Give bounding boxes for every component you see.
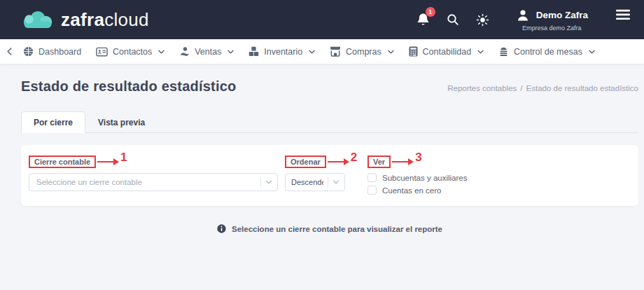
field-group-ver: Ver 3 Subcuentas y auxiliares Cuentas en… [368, 155, 467, 195]
inventory-boxes-icon [248, 46, 259, 57]
nav-item-label: Inventario [264, 47, 302, 57]
main-nav: Dashboard Contactos [0, 39, 644, 64]
topbar: zafracloud 1 [0, 0, 644, 39]
annotation-box-cierre-contable: Cierre contable [29, 156, 96, 168]
nav-item-dashboard[interactable]: Dashboard [23, 46, 81, 57]
nav-item-label: Contabilidad [423, 47, 472, 57]
annotation-box-ordenar: Ordenar [285, 156, 326, 168]
hamburger-icon [616, 9, 630, 20]
select-divider [328, 177, 328, 187]
info-text: Seleccione un cierre contable para visua… [232, 225, 442, 233]
chevron-down-icon [589, 50, 595, 54]
contacts-card-icon [96, 47, 108, 57]
nav-item-label: Ventas [195, 47, 221, 57]
select-divider [260, 177, 261, 187]
field-group-ordenar: Ordenar 2 Descendente [285, 155, 357, 191]
notification-badge: 1 [426, 7, 435, 17]
ordenar-select-value: Descendente [291, 178, 323, 186]
chevron-down-icon [332, 180, 340, 184]
filters-card: Cierre contable 1 Seleccione un cierre c… [21, 145, 638, 206]
breadcrumb: Reportes contables/Estado de resultado e… [447, 84, 638, 95]
search-button[interactable] [447, 13, 459, 26]
checkbox-icon[interactable] [368, 186, 377, 195]
info-icon [217, 224, 226, 233]
breadcrumb-current: Estado de resultado estadístico [526, 84, 638, 92]
chevron-left-icon [7, 48, 12, 55]
user-avatar-icon [516, 8, 530, 22]
annotation-row-3: Ver 3 [368, 155, 467, 169]
cierre-contable-select[interactable]: Seleccione un cierre contable [29, 173, 278, 191]
nav-item-label: Contactos [113, 47, 152, 57]
user-company: Empresa demo Zafra [522, 25, 582, 32]
checkbox-cuentas-en-cero[interactable]: Cuentas en cero [368, 186, 467, 195]
breadcrumb-parent[interactable]: Reportes contables [447, 84, 517, 92]
field-group-cierre-contable: Cierre contable 1 Seleccione un cierre c… [29, 155, 278, 191]
user-menu[interactable]: Demo Zafra Empresa demo Zafra [516, 8, 588, 32]
annotation-number-1: 1 [120, 151, 127, 165]
checkbox-label: Subcuentas y auxiliares [382, 174, 467, 182]
checkbox-label: Cuentas en cero [382, 186, 441, 195]
checkbox-icon[interactable] [368, 173, 377, 182]
nav-item-inventario[interactable]: Inventario [248, 46, 315, 57]
annotation-number-2: 2 [351, 151, 357, 165]
annotation-box-ver: Ver [368, 156, 391, 168]
hamburger-menu-button[interactable] [616, 9, 630, 20]
nav-item-label: Control de mesas [514, 47, 582, 57]
calculator-icon [409, 46, 418, 57]
nav-item-label: Compras [346, 47, 382, 57]
logo[interactable]: zafracloud [21, 11, 149, 29]
notifications-button[interactable]: 1 [416, 13, 430, 27]
store-icon [330, 46, 341, 57]
page-title: Estado de resultado estadístico [21, 78, 236, 95]
sales-hand-coin-icon [179, 46, 190, 57]
cierre-contable-select-placeholder: Seleccione un cierre contable [36, 178, 256, 186]
chevron-down-icon [227, 50, 234, 54]
annotation-arrow-2 [328, 161, 344, 163]
sun-icon [476, 13, 489, 27]
logo-text-bold: zafra [61, 9, 104, 30]
annotation-row-1: Cierre contable 1 [29, 155, 278, 169]
nav-item-contabilidad[interactable]: Contabilidad [409, 46, 484, 57]
logo-text-light: cloud [104, 9, 149, 30]
chevron-down-icon [388, 50, 394, 54]
annotation-arrow-1 [97, 161, 113, 163]
tables-stack-icon [498, 47, 509, 57]
annotation-row-2: Ordenar 2 [285, 155, 357, 169]
title-row: Estado de resultado estadístico Reportes… [21, 78, 638, 95]
page-content: Estado de resultado estadístico Reportes… [0, 78, 644, 233]
annotation-arrow-3 [392, 161, 408, 163]
tab-por-cierre[interactable]: Por cierre [21, 111, 85, 133]
nav-item-ventas[interactable]: Ventas [179, 46, 234, 57]
annotation-number-3: 3 [415, 151, 421, 165]
nav-item-compras[interactable]: Compras [330, 46, 394, 57]
chevron-down-icon [477, 50, 484, 54]
nav-scroll-left-button[interactable] [7, 48, 12, 55]
empty-state-message: Seleccione un cierre contable para visua… [21, 224, 638, 233]
chevron-down-icon [309, 50, 315, 54]
chevron-down-icon [158, 50, 164, 54]
tab-vista-previa[interactable]: Vista previa [85, 111, 158, 133]
cloud-logo-icon [21, 11, 55, 29]
nav-item-control-de-mesas[interactable]: Control de mesas [498, 47, 595, 57]
app-root: zafracloud 1 [0, 0, 644, 233]
topbar-actions: 1 [416, 8, 630, 32]
user-name: Demo Zafra [536, 10, 588, 20]
logo-text: zafracloud [61, 11, 149, 29]
breadcrumb-separator: / [520, 84, 522, 92]
ordenar-select[interactable]: Descendente [285, 173, 345, 191]
chevron-down-icon [265, 180, 272, 184]
nav-item-contactos[interactable]: Contactos [96, 47, 164, 57]
nav-item-label: Dashboard [38, 47, 81, 57]
ver-checkbox-group: Subcuentas y auxiliares Cuentas en cero [368, 173, 467, 195]
dashboard-icon [23, 46, 34, 57]
tab-bar: Por cierre Vista previa [21, 111, 638, 133]
theme-toggle-button[interactable] [476, 13, 489, 27]
search-icon [447, 13, 459, 26]
checkbox-subcuentas-y-auxiliares[interactable]: Subcuentas y auxiliares [368, 173, 467, 182]
nav-items: Dashboard Contactos [23, 46, 595, 57]
